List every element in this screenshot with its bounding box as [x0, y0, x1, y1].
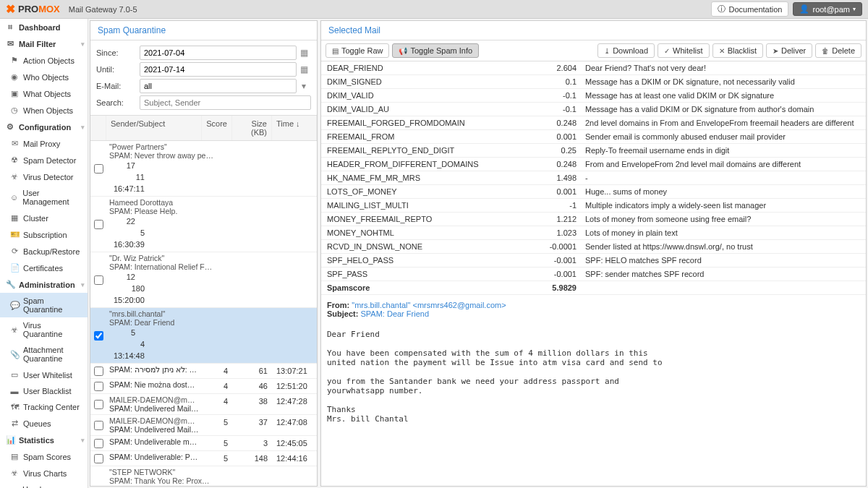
- mail-row[interactable]: MAILER-DAEMON@mail.omnitron-…SPAM: Undel…: [90, 415, 317, 436]
- row-checkbox[interactable]: [94, 220, 103, 229]
- mail-toolbar: ▤ Toggle Raw 📢 Toggle Spam Info ⤓ Downlo…: [321, 40, 866, 61]
- rule-name: MAILING_LIST_MULTI: [327, 201, 548, 210]
- nav-item-user-blacklist[interactable]: ▬User Blacklist: [0, 383, 88, 399]
- sender-column-header[interactable]: Sender/Subject: [106, 116, 202, 140]
- mail-row[interactable]: "STEP NETWORK" SPAM: Thank You Re: Prox……: [90, 466, 317, 486]
- nav-item-attachment-quarantine[interactable]: 📎Attachment Quarantine: [0, 342, 88, 367]
- rule-score: 1.023: [548, 228, 576, 237]
- download-button[interactable]: ⤓ Download: [597, 43, 655, 58]
- nav-item-subscription[interactable]: 🎫Subscription: [0, 226, 88, 243]
- since-input[interactable]: [140, 46, 297, 60]
- mail-row[interactable]: "Dr. Wiz Patrick" SPAM: International Re…: [90, 252, 317, 308]
- nav-item-virus-quarantine[interactable]: ☣Virus Quarantine: [0, 317, 88, 342]
- calendar-icon[interactable]: ▦: [297, 48, 311, 58]
- mail-row[interactable]: "Power Partners" SPAM: Never throw away …: [90, 141, 317, 197]
- nav-icon: ☣: [10, 172, 19, 181]
- from-value: "mrs.bill.chantal" <mrsmrs462@gmail.com>: [352, 301, 506, 309]
- toggle-spam-info-button[interactable]: 📢 Toggle Spam Info: [392, 43, 479, 58]
- row-checkbox[interactable]: [94, 382, 103, 391]
- nav-icon: ✉: [6, 39, 14, 48]
- nav-icon: 🎫: [10, 230, 19, 239]
- nav-item-spam-detector[interactable]: ☢Spam Detector: [0, 152, 88, 168]
- nav-item-queues[interactable]: ⇄Queues: [0, 415, 88, 432]
- calendar-icon[interactable]: ▦: [297, 64, 311, 74]
- row-checkbox[interactable]: [94, 454, 103, 463]
- nav-item-certificates[interactable]: 📄Certificates: [0, 260, 88, 276]
- toggle-raw-button[interactable]: ▤ Toggle Raw: [326, 43, 389, 58]
- chevron-down-icon: ▾: [81, 281, 85, 288]
- mail-row[interactable]: SPAM: Nie można dostarczy…44612:51:20: [90, 379, 317, 394]
- rule-name: SPF_HELO_PASS: [327, 256, 548, 265]
- rule-desc: 2nd level domains in From and EnvelopeFr…: [576, 119, 860, 127]
- nav-item-tracking-center[interactable]: 🗺Tracking Center: [0, 399, 88, 415]
- rule-desc: From and EnvelopeFrom 2nd level mail dom…: [576, 160, 860, 168]
- nav-item-virus-detector[interactable]: ☣Virus Detector: [0, 168, 88, 185]
- checkbox-column[interactable]: [90, 116, 106, 140]
- row-checkbox[interactable]: [94, 331, 103, 341]
- nav-item-backup-restore[interactable]: ⟳Backup/Restore: [0, 243, 88, 260]
- delete-button[interactable]: 🗑 Delete: [815, 43, 861, 58]
- nav-item-hourly-distribution[interactable]: ◷Hourly Distribution: [0, 481, 88, 488]
- nav-item-action-objects[interactable]: ⚑Action Objects: [0, 52, 88, 69]
- time-column-header[interactable]: Time ↓: [272, 116, 317, 140]
- mail-row[interactable]: SPAM: Undeliverable: Proxm…514812:44:16: [90, 451, 317, 466]
- nav-item-who-objects[interactable]: ◉Who Objects: [0, 69, 88, 85]
- mail-row[interactable]: SPAM: לא ניתן למסירה: Prox…46113:07:21: [90, 364, 317, 379]
- nav-item-mail-filter[interactable]: ✉Mail Filter▾: [0, 35, 88, 52]
- nav-item-configuration[interactable]: ⚙Configuration▾: [0, 119, 88, 135]
- row-checkbox[interactable]: [94, 367, 103, 376]
- send-icon: ➤: [773, 47, 778, 55]
- nav-icon: ⟳: [10, 247, 19, 256]
- nav-item-administration[interactable]: 🔧Administration▾: [0, 276, 88, 293]
- row-checkbox[interactable]: [94, 275, 103, 285]
- chevron-down-icon[interactable]: ▾: [297, 81, 311, 91]
- spam-quarantine-panel: Spam Quarantine Since: ▦ Until: ▦ E-Mail…: [90, 20, 318, 487]
- email-label: E-Mail:: [96, 82, 140, 90]
- nav-item-spam-quarantine[interactable]: 💬Spam Quarantine: [0, 293, 88, 317]
- nav-label: Mail Filter: [19, 40, 56, 48]
- documentation-label: Documentation: [728, 5, 782, 14]
- row-checkbox[interactable]: [94, 439, 103, 448]
- nav-icon: 📎: [10, 350, 19, 359]
- nav-item-dashboard[interactable]: ⌗Dashboard: [0, 19, 88, 35]
- score-column-header[interactable]: Score: [202, 116, 232, 140]
- nav-label: Spam Quarantine: [23, 296, 82, 314]
- size-column-header[interactable]: Size (KB): [232, 116, 272, 140]
- nav-item-mail-proxy[interactable]: ✉Mail Proxy: [0, 135, 88, 152]
- spam-rule-row: DKIM_SIGNED0.1Message has a DKIM or DK s…: [321, 75, 866, 89]
- nav-item-virus-charts[interactable]: ☣Virus Charts: [0, 465, 88, 481]
- nav-label: Spam Detector: [23, 156, 76, 165]
- row-checkbox[interactable]: [94, 164, 103, 174]
- row-checkbox[interactable]: [94, 400, 103, 409]
- rule-desc: Dear Friend? That's not very dear!: [576, 64, 860, 72]
- search-input[interactable]: [140, 95, 311, 110]
- rule-name: DKIM_VALID_AU: [327, 105, 548, 114]
- mail-row[interactable]: SPAM: Undeliverable mail: P…5312:45:05: [90, 436, 317, 451]
- deliver-button[interactable]: ➤ Deliver: [766, 43, 812, 58]
- filter-form: Since: ▦ Until: ▦ E-Mail: ▾ Search:: [90, 40, 317, 116]
- nav-item-spam-scores[interactable]: ▤Spam Scores: [0, 448, 88, 465]
- row-size: 180: [109, 283, 149, 294]
- row-checkbox[interactable]: [94, 421, 103, 430]
- spam-rule-row: DKIM_VALID-0.1Message has at least one v…: [321, 89, 866, 103]
- documentation-button[interactable]: ⓘ Documentation: [711, 1, 788, 17]
- mail-row[interactable]: "mrs.bill.chantal" SPAM: Dear Friend5413…: [90, 308, 317, 364]
- mail-row[interactable]: Hameed Dorottaya SPAM: Please Help.22516…: [90, 197, 317, 252]
- whitelist-button[interactable]: ✓ Whitelist: [658, 43, 710, 58]
- nav-item-cluster[interactable]: ▦Cluster: [0, 210, 88, 226]
- rule-name: HK_NAME_FM_MR_MRS: [327, 174, 548, 182]
- email-input[interactable]: [140, 79, 297, 93]
- rule-name: RCVD_IN_DNSWL_NONE: [327, 242, 548, 251]
- user-menu-button[interactable]: 👤 root@pam ▾: [793, 2, 862, 16]
- mail-row[interactable]: MAILER-DAEMON@mail.comune.n…SPAM: Undeli…: [90, 394, 317, 415]
- nav-item-when-objects[interactable]: ◷When Objects: [0, 102, 88, 119]
- rule-score: 1.212: [548, 215, 576, 223]
- spam-rule-row: DEAR_FRIEND2.604Dear Friend? That's not …: [321, 61, 866, 75]
- row-subject: SPAM: Undeliverable: Proxm…: [109, 453, 199, 461]
- until-input[interactable]: [140, 62, 297, 77]
- nav-item-user-management[interactable]: ☺User Management: [0, 185, 88, 210]
- blacklist-button[interactable]: ✕ Blacklist: [712, 43, 763, 58]
- nav-item-user-whitelist[interactable]: ▭User Whitelist: [0, 367, 88, 383]
- nav-item-what-objects[interactable]: ▣What Objects: [0, 85, 88, 102]
- nav-item-statistics[interactable]: 📊Statistics▾: [0, 432, 88, 448]
